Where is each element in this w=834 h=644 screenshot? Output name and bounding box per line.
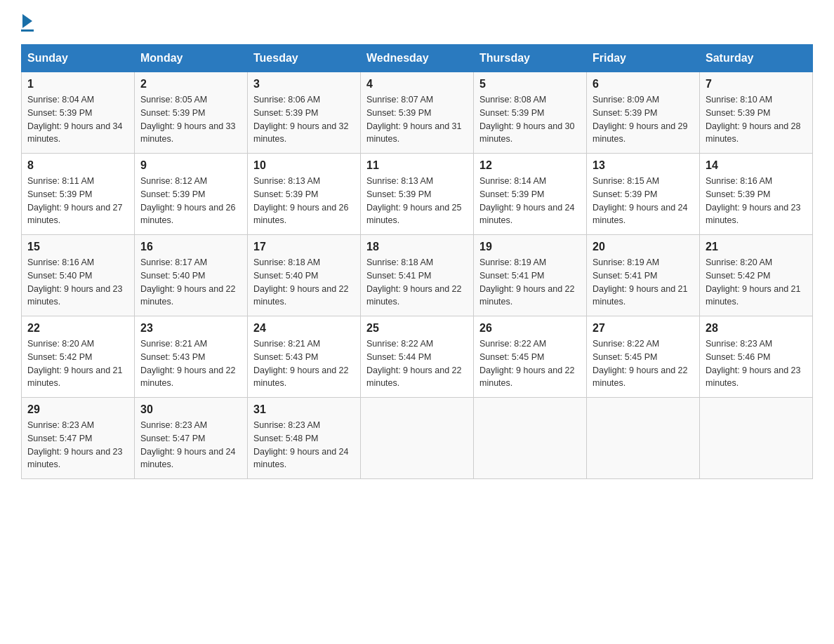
day-info: Sunrise: 8:20 AM Sunset: 5:42 PM Dayligh… bbox=[27, 339, 123, 388]
day-info: Sunrise: 8:07 AM Sunset: 5:39 PM Dayligh… bbox=[366, 95, 462, 144]
day-info: Sunrise: 8:04 AM Sunset: 5:39 PM Dayligh… bbox=[27, 95, 123, 144]
day-number: 12 bbox=[479, 159, 581, 172]
day-number: 30 bbox=[140, 403, 241, 416]
day-number: 9 bbox=[140, 159, 241, 172]
calendar-cell: 23 Sunrise: 8:21 AM Sunset: 5:43 PM Dayl… bbox=[135, 316, 248, 398]
weekday-header-tuesday: Tuesday bbox=[248, 45, 361, 72]
page-header bbox=[21, 14, 813, 32]
day-info: Sunrise: 8:16 AM Sunset: 5:40 PM Dayligh… bbox=[27, 257, 123, 307]
day-info: Sunrise: 8:09 AM Sunset: 5:39 PM Dayligh… bbox=[593, 95, 688, 144]
day-number: 13 bbox=[593, 159, 694, 172]
logo-arrow-icon bbox=[22, 14, 32, 28]
day-info: Sunrise: 8:22 AM Sunset: 5:45 PM Dayligh… bbox=[479, 339, 575, 388]
calendar-cell: 9 Sunrise: 8:12 AM Sunset: 5:39 PM Dayli… bbox=[135, 154, 248, 235]
day-info: Sunrise: 8:23 AM Sunset: 5:47 PM Dayligh… bbox=[27, 420, 123, 469]
day-info: Sunrise: 8:15 AM Sunset: 5:39 PM Dayligh… bbox=[593, 176, 688, 225]
day-info: Sunrise: 8:13 AM Sunset: 5:39 PM Dayligh… bbox=[366, 176, 462, 225]
day-info: Sunrise: 8:18 AM Sunset: 5:40 PM Dayligh… bbox=[253, 257, 349, 307]
calendar-cell bbox=[700, 398, 813, 479]
day-number: 28 bbox=[706, 322, 807, 335]
weekday-header-wednesday: Wednesday bbox=[361, 45, 474, 72]
day-info: Sunrise: 8:13 AM Sunset: 5:39 PM Dayligh… bbox=[253, 176, 349, 225]
calendar-cell: 5 Sunrise: 8:08 AM Sunset: 5:39 PM Dayli… bbox=[474, 72, 587, 154]
weekday-header-thursday: Thursday bbox=[474, 45, 587, 72]
day-number: 24 bbox=[253, 322, 355, 335]
day-number: 8 bbox=[27, 159, 128, 172]
day-number: 21 bbox=[706, 241, 807, 253]
calendar-cell: 1 Sunrise: 8:04 AM Sunset: 5:39 PM Dayli… bbox=[22, 72, 135, 154]
day-info: Sunrise: 8:12 AM Sunset: 5:39 PM Dayligh… bbox=[140, 176, 236, 225]
day-number: 15 bbox=[27, 241, 128, 253]
calendar-cell: 22 Sunrise: 8:20 AM Sunset: 5:42 PM Dayl… bbox=[22, 316, 135, 398]
day-number: 25 bbox=[366, 322, 468, 335]
weekday-header-monday: Monday bbox=[135, 45, 248, 72]
day-number: 3 bbox=[253, 78, 355, 90]
day-info: Sunrise: 8:08 AM Sunset: 5:39 PM Dayligh… bbox=[479, 95, 575, 144]
calendar-cell bbox=[587, 398, 700, 479]
calendar-cell: 4 Sunrise: 8:07 AM Sunset: 5:39 PM Dayli… bbox=[361, 72, 474, 154]
calendar-cell: 16 Sunrise: 8:17 AM Sunset: 5:40 PM Dayl… bbox=[135, 235, 248, 316]
day-info: Sunrise: 8:23 AM Sunset: 5:46 PM Dayligh… bbox=[706, 339, 801, 388]
calendar-cell: 8 Sunrise: 8:11 AM Sunset: 5:39 PM Dayli… bbox=[22, 154, 135, 235]
day-info: Sunrise: 8:14 AM Sunset: 5:39 PM Dayligh… bbox=[479, 176, 575, 225]
calendar-cell: 30 Sunrise: 8:23 AM Sunset: 5:47 PM Dayl… bbox=[135, 398, 248, 479]
day-info: Sunrise: 8:22 AM Sunset: 5:45 PM Dayligh… bbox=[593, 339, 688, 388]
day-info: Sunrise: 8:10 AM Sunset: 5:39 PM Dayligh… bbox=[706, 95, 801, 144]
day-number: 29 bbox=[27, 403, 128, 416]
calendar-cell: 13 Sunrise: 8:15 AM Sunset: 5:39 PM Dayl… bbox=[587, 154, 700, 235]
day-number: 2 bbox=[140, 78, 241, 90]
calendar-cell: 17 Sunrise: 8:18 AM Sunset: 5:40 PM Dayl… bbox=[248, 235, 361, 316]
day-info: Sunrise: 8:20 AM Sunset: 5:42 PM Dayligh… bbox=[706, 257, 801, 307]
calendar-cell: 21 Sunrise: 8:20 AM Sunset: 5:42 PM Dayl… bbox=[700, 235, 813, 316]
day-number: 11 bbox=[366, 159, 468, 172]
calendar-cell: 31 Sunrise: 8:23 AM Sunset: 5:48 PM Dayl… bbox=[248, 398, 361, 479]
weekday-header-row: SundayMondayTuesdayWednesdayThursdayFrid… bbox=[22, 45, 813, 72]
day-number: 19 bbox=[479, 241, 581, 253]
day-info: Sunrise: 8:22 AM Sunset: 5:44 PM Dayligh… bbox=[366, 339, 462, 388]
calendar-cell: 29 Sunrise: 8:23 AM Sunset: 5:47 PM Dayl… bbox=[22, 398, 135, 479]
weekday-header-saturday: Saturday bbox=[700, 45, 813, 72]
calendar-cell bbox=[361, 398, 474, 479]
calendar-cell: 10 Sunrise: 8:13 AM Sunset: 5:39 PM Dayl… bbox=[248, 154, 361, 235]
day-info: Sunrise: 8:18 AM Sunset: 5:41 PM Dayligh… bbox=[366, 257, 462, 307]
day-number: 27 bbox=[593, 322, 694, 335]
day-number: 1 bbox=[27, 78, 128, 90]
day-number: 31 bbox=[253, 403, 355, 416]
day-number: 16 bbox=[140, 241, 241, 253]
calendar-table: SundayMondayTuesdayWednesdayThursdayFrid… bbox=[21, 44, 813, 479]
calendar-week-row: 22 Sunrise: 8:20 AM Sunset: 5:42 PM Dayl… bbox=[22, 316, 813, 398]
calendar-week-row: 1 Sunrise: 8:04 AM Sunset: 5:39 PM Dayli… bbox=[22, 72, 813, 154]
calendar-cell: 25 Sunrise: 8:22 AM Sunset: 5:44 PM Dayl… bbox=[361, 316, 474, 398]
calendar-cell: 6 Sunrise: 8:09 AM Sunset: 5:39 PM Dayli… bbox=[587, 72, 700, 154]
day-number: 7 bbox=[706, 78, 807, 90]
day-info: Sunrise: 8:21 AM Sunset: 5:43 PM Dayligh… bbox=[140, 339, 236, 388]
day-number: 20 bbox=[593, 241, 694, 253]
day-number: 26 bbox=[479, 322, 581, 335]
calendar-cell: 12 Sunrise: 8:14 AM Sunset: 5:39 PM Dayl… bbox=[474, 154, 587, 235]
weekday-header-friday: Friday bbox=[587, 45, 700, 72]
day-number: 22 bbox=[27, 322, 128, 335]
day-number: 18 bbox=[366, 241, 468, 253]
calendar-cell: 2 Sunrise: 8:05 AM Sunset: 5:39 PM Dayli… bbox=[135, 72, 248, 154]
calendar-cell: 28 Sunrise: 8:23 AM Sunset: 5:46 PM Dayl… bbox=[700, 316, 813, 398]
logo bbox=[21, 14, 34, 32]
day-number: 14 bbox=[706, 159, 807, 172]
calendar-cell: 3 Sunrise: 8:06 AM Sunset: 5:39 PM Dayli… bbox=[248, 72, 361, 154]
weekday-header-sunday: Sunday bbox=[22, 45, 135, 72]
calendar-cell: 14 Sunrise: 8:16 AM Sunset: 5:39 PM Dayl… bbox=[700, 154, 813, 235]
calendar-cell: 20 Sunrise: 8:19 AM Sunset: 5:41 PM Dayl… bbox=[587, 235, 700, 316]
calendar-cell: 19 Sunrise: 8:19 AM Sunset: 5:41 PM Dayl… bbox=[474, 235, 587, 316]
day-number: 17 bbox=[253, 241, 355, 253]
day-info: Sunrise: 8:23 AM Sunset: 5:48 PM Dayligh… bbox=[253, 420, 349, 469]
day-info: Sunrise: 8:06 AM Sunset: 5:39 PM Dayligh… bbox=[253, 95, 349, 144]
day-info: Sunrise: 8:17 AM Sunset: 5:40 PM Dayligh… bbox=[140, 257, 236, 307]
calendar-week-row: 15 Sunrise: 8:16 AM Sunset: 5:40 PM Dayl… bbox=[22, 235, 813, 316]
day-info: Sunrise: 8:23 AM Sunset: 5:47 PM Dayligh… bbox=[140, 420, 236, 469]
day-number: 23 bbox=[140, 322, 241, 335]
day-number: 10 bbox=[253, 159, 355, 172]
calendar-cell: 27 Sunrise: 8:22 AM Sunset: 5:45 PM Dayl… bbox=[587, 316, 700, 398]
calendar-week-row: 8 Sunrise: 8:11 AM Sunset: 5:39 PM Dayli… bbox=[22, 154, 813, 235]
day-info: Sunrise: 8:19 AM Sunset: 5:41 PM Dayligh… bbox=[479, 257, 575, 307]
calendar-cell: 18 Sunrise: 8:18 AM Sunset: 5:41 PM Dayl… bbox=[361, 235, 474, 316]
day-info: Sunrise: 8:21 AM Sunset: 5:43 PM Dayligh… bbox=[253, 339, 349, 388]
